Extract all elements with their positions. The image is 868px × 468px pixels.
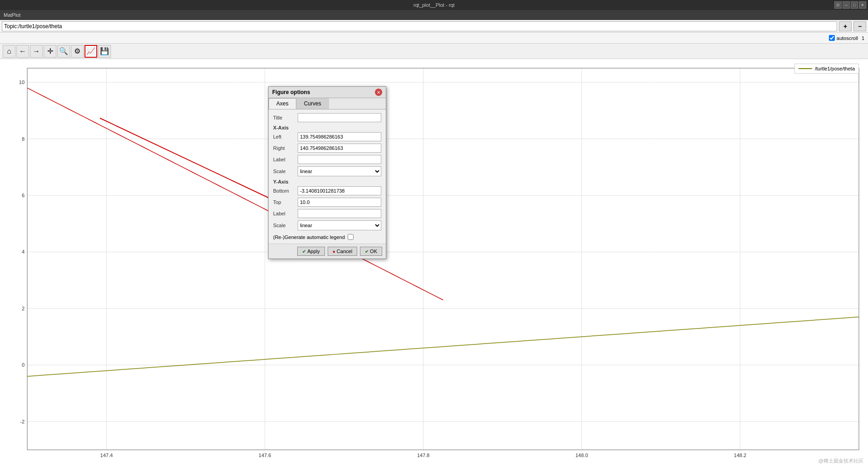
y-scale-label: Scale — [273, 223, 296, 228]
title-label: Title — [273, 115, 296, 120]
dialog-tabs: Axes Curves — [269, 98, 386, 110]
topic-input[interactable] — [2, 21, 837, 31]
home-button[interactable]: ⌂ — [3, 45, 15, 58]
y-label-label: Label — [273, 211, 296, 216]
y-scale-select[interactable]: linear log — [298, 220, 381, 230]
dialog-titlebar: Figure options ✕ — [269, 87, 386, 98]
plot-canvas — [0, 59, 868, 468]
forward-button[interactable]: → — [30, 45, 43, 58]
dialog-footer: ✔ Apply ● Cancel ✔ OK — [269, 244, 386, 259]
dialog-title: Figure options — [272, 89, 310, 95]
app-bar: MatPlot — [0, 10, 868, 20]
legend-checkbox[interactable] — [348, 234, 354, 240]
title-input[interactable] — [298, 113, 381, 122]
tab-curves[interactable]: Curves — [296, 98, 329, 109]
y-bottom-label: Bottom — [273, 188, 296, 194]
dialog-close-button[interactable]: ✕ — [375, 89, 382, 96]
legend: /turtle1/pose/theta — [794, 64, 859, 74]
topic-bar: + − — [0, 20, 868, 33]
plot-button[interactable]: 📈 — [85, 45, 97, 58]
apply-check-icon: ✔ — [302, 249, 306, 254]
save-button[interactable]: 💾 — [98, 45, 111, 58]
legend-label: /turtle1/pose/theta — [815, 66, 855, 71]
x-scale-row: Scale linear log — [273, 166, 381, 176]
x-left-input[interactable] — [298, 132, 381, 141]
figure-options-dialog: Figure options ✕ Axes Curves Title X-Axi… — [268, 86, 386, 259]
ok-label: OK — [370, 249, 377, 254]
autoscroll-bar: autoscroll 1 — [0, 33, 868, 44]
cancel-circle-icon: ● — [333, 249, 335, 254]
ok-check-icon: ✔ — [365, 249, 369, 254]
x-right-row: Right — [273, 144, 381, 153]
y-bottom-row: Bottom — [273, 186, 381, 195]
window-controls[interactable]: D ─ □ ✕ — [834, 0, 866, 10]
x-right-input[interactable] — [298, 144, 381, 153]
window-btn-d[interactable]: D — [834, 1, 842, 9]
zoom-button[interactable]: 🔍 — [57, 45, 70, 58]
y-bottom-input[interactable] — [298, 186, 381, 195]
y-top-input[interactable] — [298, 198, 381, 207]
tab-axes[interactable]: Axes — [269, 98, 296, 109]
x-right-label: Right — [273, 145, 296, 151]
autoscroll-value: 1 — [862, 35, 864, 41]
x-scale-label: Scale — [273, 169, 296, 174]
x-left-label: Left — [273, 134, 296, 139]
cancel-button[interactable]: ● Cancel — [328, 247, 357, 256]
toolbar: ⌂ ← → ✛ 🔍 ⚙ 📈 💾 — [0, 44, 868, 59]
y-top-row: Top — [273, 198, 381, 207]
x-scale-select[interactable]: linear log — [298, 166, 381, 176]
x-label-label: Label — [273, 157, 296, 162]
pan-button[interactable]: ✛ — [44, 45, 56, 58]
back-button[interactable]: ← — [16, 45, 29, 58]
y-label-input[interactable] — [298, 209, 381, 218]
watermark: @稀土掘金技术社区 — [818, 458, 863, 464]
legend-row: (Re-)Generate automatic legend — [273, 234, 381, 240]
y-top-label: Top — [273, 199, 296, 205]
apply-button[interactable]: ✔ Apply — [297, 247, 325, 256]
cancel-label: Cancel — [337, 249, 352, 254]
apply-label: Apply — [307, 249, 320, 254]
app-title: MatPlot — [4, 12, 20, 18]
x-left-row: Left — [273, 132, 381, 141]
add-topic-button[interactable]: + — [839, 21, 852, 31]
remove-topic-button[interactable]: − — [853, 21, 866, 31]
x-axis-header: X-Axis — [273, 125, 381, 130]
window-btn-minimize[interactable]: ─ — [843, 1, 850, 9]
window-btn-close[interactable]: ✕ — [859, 1, 866, 9]
y-scale-row: Scale linear log — [273, 220, 381, 230]
x-label-row: Label — [273, 155, 381, 164]
settings-button[interactable]: ⚙ — [71, 45, 84, 58]
legend-checkbox-label: (Re-)Generate automatic legend — [273, 234, 345, 240]
autoscroll-label: autoscroll — [837, 35, 858, 41]
autoscroll-checkbox[interactable] — [829, 35, 835, 41]
title-bar: rqt_plot__Plot - rqt D ─ □ ✕ — [0, 0, 868, 10]
plot-area: /turtle1/pose/theta @稀土掘金技术社区 Figure opt… — [0, 59, 868, 468]
y-label-row: Label — [273, 209, 381, 218]
x-label-input[interactable] — [298, 155, 381, 164]
ok-button[interactable]: ✔ OK — [360, 247, 382, 256]
window-title: rqt_plot__Plot - rqt — [414, 2, 455, 8]
y-axis-header: Y-Axis — [273, 179, 381, 184]
title-row: Title — [273, 113, 381, 122]
window-btn-maximize[interactable]: □ — [851, 1, 858, 9]
dialog-body: Title X-Axis Left Right Label Scale line… — [269, 110, 386, 244]
legend-line — [798, 68, 812, 69]
